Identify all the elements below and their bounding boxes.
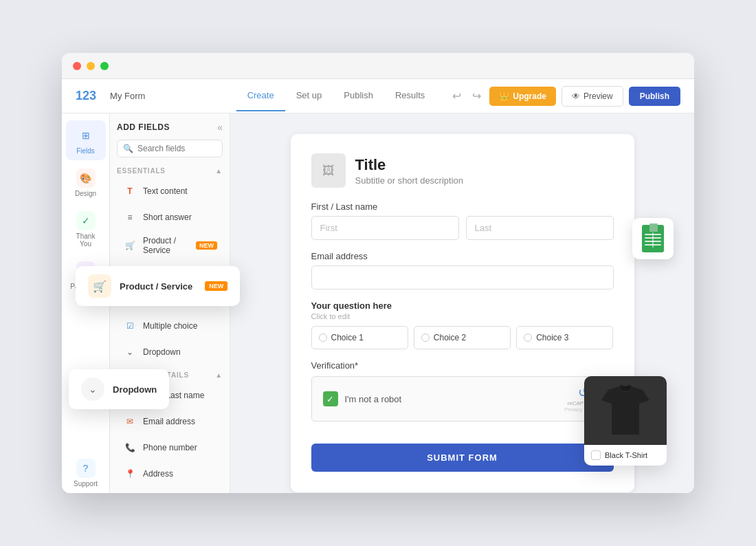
email-field-group: Email address bbox=[311, 251, 614, 290]
field-name-multiple-choice: Multiple choice bbox=[143, 321, 217, 331]
tshirt-checkbox[interactable] bbox=[591, 450, 601, 460]
captcha-text: I'm not a robot bbox=[345, 394, 402, 404]
preview-label: Preview bbox=[583, 91, 613, 101]
field-name-short-answer: Short answer bbox=[143, 212, 217, 222]
field-item-address[interactable]: 📍 Address bbox=[117, 461, 223, 486]
floating-product-icon: 🛒 bbox=[88, 274, 111, 298]
form-subtitle: Subtitle or short description bbox=[355, 175, 464, 186]
field-name-product-service: Product / Service bbox=[143, 236, 190, 255]
email-field-label: Email address bbox=[311, 251, 614, 261]
eye-icon: 👁 bbox=[572, 91, 580, 101]
tshirt-label-row: Black T-Shirt bbox=[584, 445, 667, 466]
search-input[interactable] bbox=[137, 144, 216, 153]
fields-icon: ⊞ bbox=[76, 126, 96, 145]
email-input[interactable] bbox=[311, 265, 614, 290]
panel-header: ADD FIELDS « bbox=[117, 122, 223, 133]
sidebar-item-thankyou[interactable]: ✓ Thank You bbox=[66, 206, 106, 253]
upgrade-button[interactable]: 👑 Upgrade bbox=[489, 87, 556, 106]
traffic-light-green[interactable] bbox=[100, 62, 109, 70]
form-thumbnail: 🖼 bbox=[311, 153, 346, 188]
field-item-product-service[interactable]: 🛒 Product / Service NEW bbox=[117, 231, 223, 260]
name-row bbox=[311, 216, 614, 240]
form-card: 🖼 Title Subtitle or short description Fi… bbox=[291, 134, 634, 492]
tab-publish[interactable]: Publish bbox=[333, 80, 384, 111]
name-field-group: First / Last name bbox=[311, 201, 614, 240]
short-answer-icon: ≡ bbox=[122, 210, 137, 225]
field-name-email: Email address bbox=[143, 417, 217, 426]
sheets-popup[interactable] bbox=[632, 218, 674, 259]
email-icon: ✉ bbox=[122, 414, 137, 429]
floating-product-tooltip: 🛒 Product / Service NEW bbox=[76, 266, 240, 306]
essentials-section-label: ESSENTIALS ▲ bbox=[117, 167, 223, 175]
field-item-phone[interactable]: 📞 Phone number bbox=[117, 435, 223, 460]
thankyou-icon: ✓ bbox=[76, 211, 96, 230]
field-name-text-content: Text content bbox=[143, 186, 217, 196]
choice-3-button[interactable]: Choice 3 bbox=[516, 326, 613, 349]
field-item-dropdown[interactable]: ⌄ Dropdown bbox=[117, 340, 223, 364]
collapse-panel-button[interactable]: « bbox=[217, 122, 223, 133]
image-icon: 🖼 bbox=[322, 164, 335, 178]
publish-button[interactable]: Publish bbox=[629, 87, 680, 106]
tshirt-svg bbox=[601, 383, 649, 438]
search-icon: 🔍 bbox=[123, 144, 133, 153]
field-item-multiple-choice[interactable]: ☑ Multiple choice bbox=[117, 314, 223, 338]
phone-icon: 📞 bbox=[122, 440, 137, 455]
choice-3-radio bbox=[524, 334, 532, 342]
design-icon: 🎨 bbox=[76, 168, 96, 188]
tshirt-image bbox=[584, 376, 667, 445]
multiple-choice-icon: ☑ bbox=[122, 318, 137, 334]
sidebar-item-design[interactable]: 🎨 Design bbox=[66, 163, 106, 203]
tab-create[interactable]: Create bbox=[236, 80, 285, 111]
support-label: Support bbox=[74, 480, 98, 488]
product-service-icon: 🛒 bbox=[122, 238, 137, 253]
fields-label: Fields bbox=[76, 147, 95, 155]
choice-1-radio bbox=[319, 334, 327, 342]
sidebar-item-support[interactable]: ? Support bbox=[66, 453, 106, 493]
field-item-short-answer[interactable]: ≡ Short answer bbox=[117, 205, 223, 230]
last-name-input[interactable] bbox=[466, 216, 614, 240]
submit-button[interactable]: SUBMIT FORM bbox=[311, 444, 614, 472]
nav-actions: ↩ ↪ 👑 Upgrade 👁 Preview Publish bbox=[449, 86, 680, 107]
tshirt-popup: Black T-Shirt bbox=[584, 376, 667, 466]
design-label: Design bbox=[75, 190, 96, 197]
field-name-address: Address bbox=[143, 469, 217, 479]
product-service-badge: NEW bbox=[196, 241, 217, 250]
top-nav: 123 My Form Create Set up Publish Result… bbox=[62, 79, 694, 113]
tab-results[interactable]: Results bbox=[384, 80, 436, 111]
form-title-group: Title Subtitle or short description bbox=[355, 156, 464, 186]
text-content-icon: T bbox=[122, 184, 137, 199]
first-name-input[interactable] bbox=[311, 216, 459, 240]
choice-2-button[interactable]: Choice 2 bbox=[414, 326, 511, 349]
floating-dropdown-text: Dropdown bbox=[113, 384, 157, 395]
undo-button[interactable]: ↩ bbox=[449, 87, 464, 105]
choice-1-button[interactable]: Choice 1 bbox=[311, 326, 408, 349]
redo-button[interactable]: ↪ bbox=[469, 87, 484, 105]
dropdown-icon: ⌄ bbox=[122, 345, 137, 360]
tab-setup[interactable]: Set up bbox=[285, 80, 333, 111]
captcha-box: ✓ I'm not a robot ↺ reCAPTCHA Privacy · … bbox=[311, 376, 614, 422]
field-item-text-content[interactable]: T Text content bbox=[117, 179, 223, 204]
choices-row: Choice 1 Choice 2 Choice 3 bbox=[311, 326, 614, 349]
upgrade-label: Upgrade bbox=[513, 91, 546, 101]
field-item-email[interactable]: ✉ Email address bbox=[117, 409, 223, 434]
field-name-dropdown: Dropdown bbox=[143, 347, 217, 357]
floating-dropdown-tooltip: ⌄ Dropdown bbox=[69, 369, 169, 409]
support-icon: ? bbox=[76, 459, 96, 478]
preview-button[interactable]: 👁 Preview bbox=[562, 86, 623, 107]
traffic-light-red[interactable] bbox=[73, 62, 81, 70]
title-bar bbox=[62, 53, 694, 79]
collapse-section-icon: ▲ bbox=[215, 167, 223, 175]
crown-icon: 👑 bbox=[499, 91, 509, 101]
traffic-light-yellow[interactable] bbox=[87, 62, 95, 70]
click-to-edit[interactable]: Click to edit bbox=[311, 312, 614, 320]
captcha-checkmark: ✓ bbox=[323, 391, 338, 406]
form-header: 🖼 Title Subtitle or short description bbox=[311, 153, 614, 188]
search-box: 🔍 bbox=[117, 140, 223, 157]
sidebar-item-fields[interactable]: ⊞ Fields bbox=[66, 120, 106, 160]
floating-product-badge: NEW bbox=[205, 281, 227, 291]
verification-field-group: Verification* ✓ I'm not a robot ↺ reCAPT… bbox=[311, 360, 614, 422]
collapse-contact-icon: ▲ bbox=[215, 371, 223, 379]
tshirt-label: Black T-Shirt bbox=[605, 451, 647, 459]
panel-title: ADD FIELDS bbox=[117, 122, 170, 132]
form-name: My Form bbox=[110, 91, 145, 101]
